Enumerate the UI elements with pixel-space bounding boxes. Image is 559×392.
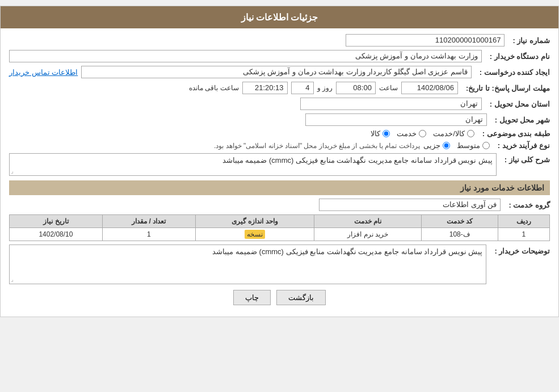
col-vahed: واحد اندازه گیری xyxy=(195,215,314,228)
row-tosifat-kharidar: توضیحات خریدار : پیش نویس قرارداد سامانه… xyxy=(9,245,550,284)
link-tamase-kharidar[interactable]: اطلاعات تماس خریدار xyxy=(9,68,78,77)
label-grouh-khedmat: گروه خدمت : xyxy=(504,201,550,209)
label-baghi-mandeh: ساعت باقی مانده xyxy=(189,84,239,92)
value-ijad-konandeh: قاسم عزیزی اصل گیگلو کاربردار وزارت بهدا… xyxy=(81,66,472,78)
table-head: ردیف کد خدمت نام خدمت واحد اندازه گیری ت… xyxy=(10,215,550,228)
radio-motevaset[interactable] xyxy=(482,142,490,149)
col-tarikh: تاریخ نیاز xyxy=(10,215,103,228)
row-shahr: شهر محل تحویل : تهران xyxy=(9,113,550,126)
sharh-koli-text: پیش نویس قرارداد سامانه جامع مدیریت نگهد… xyxy=(222,156,493,165)
content-area: شماره نیاز : 1102000001000167 نام دستگاه… xyxy=(1,28,558,317)
radio-khedmat[interactable] xyxy=(419,130,426,137)
label-saat: ساعت xyxy=(379,84,398,92)
cell-radif: 1 xyxy=(498,228,549,241)
value-ostan: تهران xyxy=(300,98,482,110)
label-nam-dastgah: نام دستگاه خریدار : xyxy=(485,52,550,61)
value-date: 1402/08/06 xyxy=(401,82,458,94)
btn-bazgasht[interactable]: بازگشت xyxy=(276,290,326,305)
row-nam-dastgah: نام دستگاه خریدار : وزارت بهداشت درمان و… xyxy=(9,50,550,62)
cell-vahed: نسخه xyxy=(195,228,314,241)
label-noe-farayand: نوع فرآیند خرید : xyxy=(493,141,550,150)
radio-jazii-item: جزیی xyxy=(423,141,450,150)
btn-chap[interactable]: چاپ xyxy=(233,290,271,305)
radio-kala-item: کالا xyxy=(371,129,390,138)
value-sharh-koli: پیش نویس قرارداد سامانه جامع مدیریت نگهد… xyxy=(9,153,497,176)
label-shmareh-niaz: شماره نیاز : xyxy=(508,36,550,45)
services-table: ردیف کد خدمت نام خدمت واحد اندازه گیری ت… xyxy=(9,214,550,241)
label-kala-khedmat: کالا/خدمت xyxy=(433,129,465,138)
page-header: جزئیات اطلاعات نیاز xyxy=(1,6,558,28)
table-header-row: ردیف کد خدمت نام خدمت واحد اندازه گیری ت… xyxy=(10,215,550,228)
cell-tedad: 1 xyxy=(102,228,195,241)
col-radif: ردیف xyxy=(498,215,549,228)
row-ostan: استان محل تحویل : تهران xyxy=(9,98,550,110)
section-khadamat: اطلاعات خدمات مورد نیاز xyxy=(9,180,550,195)
row-noe-farayand: نوع فرآیند خرید : متوسط جزیی پرداخت تمام… xyxy=(9,141,550,150)
cell-nam-khedmat: خرید نرم افزار xyxy=(314,228,422,241)
value-tosifat-kharidar: پیش نویس قرارداد سامانه جامع مدیریت نگهد… xyxy=(9,245,486,284)
table-row: 1 ف-108 خرید نرم افزار نسخه 1 1402/08/10 xyxy=(10,228,550,241)
value-nam-dastgah: وزارت بهداشت درمان و آموزش پزشکی xyxy=(9,50,482,62)
radio-motevaset-item: متوسط xyxy=(457,141,490,150)
value-grouh-khedmat: فن آوری اطلاعات xyxy=(319,199,501,211)
row-sharh-koli: شرح کلی نیاز : پیش نویس قرارداد سامانه ج… xyxy=(9,153,550,176)
label-sharh-koli: شرح کلی نیاز : xyxy=(500,155,550,164)
section-khadamat-label: اطلاعات خدمات مورد نیاز xyxy=(460,183,544,192)
label-tosifat-kharidar: توضیحات خریدار : xyxy=(490,247,550,255)
resize-icon: ⌟ xyxy=(11,168,14,174)
col-nam-khedmat: نام خدمت xyxy=(314,215,422,228)
cell-kod-khedmat: ف-108 xyxy=(421,228,498,241)
col-kod-khedmat: کد خدمت xyxy=(421,215,498,228)
row-grouh-khedmat: گروه خدمت : فن آوری اطلاعات xyxy=(9,199,550,211)
label-tabaqeh-bandi: طبقه بندی موضوعی : xyxy=(478,129,550,138)
farayand-note: پرداخت تمام یا بخشی از مبلغ خریداز محل "… xyxy=(214,142,420,150)
row-mohlat: مهلت ارسال پاسخ: تا تاریخ: 1402/08/06 سا… xyxy=(9,82,550,94)
value-baghi-mandeh: 21:20:13 xyxy=(242,82,288,94)
table-body: 1 ف-108 خرید نرم افزار نسخه 1 1402/08/10 xyxy=(10,228,550,241)
radio-kala-khedmat-item: کالا/خدمت xyxy=(433,129,474,138)
radio-group-farayand: متوسط جزیی xyxy=(423,141,490,150)
label-motevaset: متوسط xyxy=(457,141,480,150)
button-row: بازگشت چاپ xyxy=(9,290,550,305)
radio-jazii[interactable] xyxy=(443,142,450,149)
cell-tarikh: 1402/08/10 xyxy=(10,228,103,241)
label-mohlat: مهلت ارسال پاسخ: تا تاریخ: xyxy=(461,84,550,92)
radio-kala[interactable] xyxy=(383,130,390,137)
label-khedmat: خدمت xyxy=(397,129,417,138)
value-shmareh-niaz: 1102000001000167 xyxy=(346,34,505,47)
vahed-tag: نسخه xyxy=(245,230,265,239)
radio-khedmat-item: خدمت xyxy=(397,129,426,138)
value-roz: 4 xyxy=(291,82,314,94)
label-ijad-konandeh: ایجاد کننده درخواست : xyxy=(475,68,550,77)
page-title: جزئیات اطلاعات نیاز xyxy=(241,12,318,22)
row-tabaqeh-bandi: طبقه بندی موضوعی : کالا/خدمت خدمت کالا xyxy=(9,129,550,138)
resize-icon-2: ⌟ xyxy=(11,276,14,283)
value-saat: 08:00 xyxy=(336,82,376,94)
label-shahr: شهر محل تحویل : xyxy=(490,116,550,124)
tosifat-kharidar-text: پیش نویس قرارداد سامانه جامع مدیریت نگهد… xyxy=(212,247,482,256)
value-shahr: تهران xyxy=(305,113,487,126)
row-ijad-konandeh: ایجاد کننده درخواست : قاسم عزیزی اصل گیگ… xyxy=(9,66,550,78)
row-shmareh-niaz: شماره نیاز : 1102000001000167 xyxy=(9,34,550,47)
page-container: جزئیات اطلاعات نیاز شماره نیاز : 1102000… xyxy=(0,6,559,317)
label-roz: روز و xyxy=(317,84,333,92)
label-ostan: استان محل تحویل : xyxy=(485,100,550,108)
label-kala: کالا xyxy=(371,129,380,138)
col-tedad: تعداد / مقدار xyxy=(102,215,195,228)
label-jazii: جزیی xyxy=(423,141,440,150)
radio-kala-khedmat[interactable] xyxy=(467,130,474,137)
radio-group-tabaqeh: کالا/خدمت خدمت کالا xyxy=(371,129,474,138)
